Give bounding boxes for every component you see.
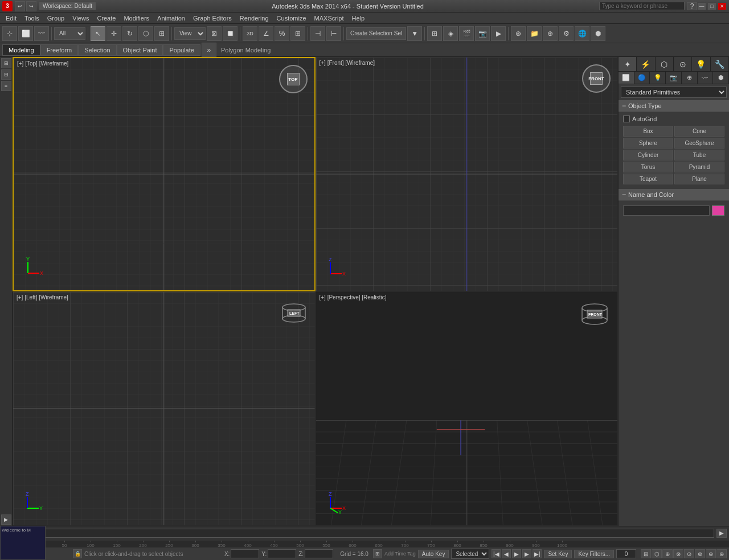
display-panel-tab[interactable]: 💡 [692,57,710,71]
select-by-region-btn[interactable]: ⬜ [18,26,33,41]
next-frame-btn[interactable]: ▶ [522,549,531,558]
timeline-next-btn[interactable]: ▶ [716,529,727,538]
reference-coord-btn[interactable]: ⊠ [207,26,222,41]
viewport-front-navcube[interactable]: FRONT [582,64,611,93]
maximize-button[interactable]: □ [707,2,716,10]
view-dropdown[interactable]: View [174,27,206,40]
tab-overflow-btn[interactable]: » [202,43,216,57]
name-color-header[interactable]: − Name and Color [619,189,729,201]
minimize-button[interactable]: — [697,2,706,10]
menu-maxscript[interactable]: MAXScript [311,14,347,23]
utilities-panel-tab[interactable]: 🔧 [711,57,729,71]
viewport-nav-btn8[interactable]: ⊜ [716,549,727,558]
filter-dropdown[interactable]: All [54,27,85,40]
geometry-subtab[interactable]: ⬜ [619,72,634,84]
create-sel-dropdown-btn[interactable]: ▼ [407,26,422,41]
select-tool-btn[interactable]: ⊹ [2,26,17,41]
angle-snap-btn[interactable]: ∠ [259,26,273,41]
viewport-nav-btn4[interactable]: ⊗ [673,549,683,558]
select-object-btn[interactable]: ↖ [91,26,105,41]
menu-graph-editors[interactable]: Graph Editors [190,14,235,23]
menu-customize[interactable]: Customize [273,14,310,23]
pyramid-btn[interactable]: Pyramid [674,162,724,172]
render-settings-btn[interactable]: ⚙ [559,26,574,41]
viewport-front[interactable]: [+] [Front] [Wireframe] FRONT [316,57,619,291]
viewport-left-navcube[interactable]: LEFT [280,299,308,327]
close-button[interactable]: ✕ [718,2,727,10]
viewport-top[interactable]: [+] [Top] [Wireframe] [13,57,316,291]
render-last-btn[interactable]: ▶ [491,26,506,41]
menu-modifiers[interactable]: Modifiers [120,14,153,23]
select-scale-btn[interactable]: ⬡ [138,26,153,41]
play-anim-btn[interactable]: ▶ [1,514,11,525]
create-selection-btn[interactable]: Create Selection Sel [346,27,406,40]
hierarchy-panel-tab[interactable]: ⬡ [656,57,674,71]
viewport-nav-btn6[interactable]: ⊚ [695,549,705,558]
plane-btn[interactable]: Plane [674,174,724,184]
left-panel-btn1[interactable]: ⊞ [1,58,11,68]
menu-animation[interactable]: Animation [154,14,189,23]
use-pivot-btn[interactable]: ⊞ [154,26,169,41]
shapes-subtab[interactable]: 🔵 [634,72,650,84]
open-explorer-btn[interactable]: 📁 [527,26,542,41]
play-btn[interactable]: ▶ [512,549,521,558]
helpers-subtab[interactable]: ⊕ [682,72,698,84]
percent-snap-btn[interactable]: % [275,26,289,41]
snap-btn[interactable]: 🔲 [223,26,237,41]
autogrid-checkbox[interactable] [623,116,630,122]
render-setup-btn[interactable]: 🎬 [459,26,474,41]
prev-frame-btn[interactable]: ◀ [502,549,511,558]
menu-help[interactable]: Help [349,14,368,23]
y-input[interactable] [268,549,296,558]
teapot-btn[interactable]: Teapot [623,174,673,184]
motion-panel-tab[interactable]: ⊙ [674,57,692,71]
menu-views[interactable]: Views [69,14,92,23]
help-icon[interactable]: ? [687,2,697,10]
selected-dropdown[interactable]: Selected [451,549,489,559]
welcome-panel[interactable]: Welcome to M [0,526,46,560]
viewport-top-navcube[interactable]: TOP [279,65,308,93]
viewport-left[interactable]: [+] [Left] [Wireframe] [13,291,316,526]
create-panel-tab[interactable]: ✦ [619,57,637,71]
keyword-search[interactable] [599,2,685,10]
viewport-nav-btn3[interactable]: ⊕ [662,549,673,558]
spinner-snap-btn[interactable]: ⊞ [290,26,305,41]
mirror-btn[interactable]: ⊣ [310,26,325,41]
box-btn[interactable]: Box [623,126,673,137]
redo-btn[interactable]: ↪ [26,1,36,11]
gamut-btn[interactable]: 🌐 [575,26,589,41]
select-rotate-btn[interactable]: ↻ [122,26,137,41]
quick-access-btn[interactable]: ⬢ [591,26,605,41]
key-filters-btn[interactable]: Key Filters... [574,550,614,558]
torus-btn[interactable]: Torus [623,162,673,172]
tab-modeling[interactable]: Modeling [2,44,40,56]
primitives-dropdown[interactable]: Standard Primitives Extended Primitives … [621,87,727,98]
render-frame-btn[interactable]: 📷 [475,26,490,41]
lights-subtab[interactable]: 💡 [650,72,666,84]
go-start-btn[interactable]: |◀ [492,549,501,558]
cameras-subtab[interactable]: 📷 [666,72,682,84]
open-material-btn[interactable]: ◈ [443,26,458,41]
cylinder-btn[interactable]: Cylinder [623,150,673,160]
set-key-btn[interactable]: Set Key [544,550,572,558]
menu-group[interactable]: Group [44,14,68,23]
workspace-dropdown[interactable]: Workspace: Default [39,2,96,10]
viewport-nav-btn5[interactable]: ⊙ [684,549,694,558]
object-name-input[interactable] [623,205,710,216]
left-panel-btn2[interactable]: ⊟ [1,69,11,80]
tab-freeform[interactable]: Freeform [40,44,79,56]
object-color-swatch[interactable] [712,205,724,216]
auto-key-btn[interactable]: Auto Key [418,550,449,558]
add-time-tag-btn[interactable]: ⊞ [373,549,382,558]
layer-manager-btn[interactable]: ⊛ [511,26,526,41]
left-panel-btn3[interactable]: ≡ [1,81,11,91]
menu-tools[interactable]: Tools [21,14,43,23]
viewport-nav-btn1[interactable]: ⊞ [641,549,651,558]
object-type-header[interactable]: − Object Type [619,100,729,112]
systems-subtab[interactable]: ⬢ [713,72,729,84]
tab-populate[interactable]: Populate [163,44,200,56]
frame-number-input[interactable] [616,549,636,558]
geosphere-btn[interactable]: GeoSphere [674,138,724,149]
undo-btn[interactable]: ↩ [15,1,25,11]
timeline-track[interactable]: 0 / 100 [15,529,714,538]
